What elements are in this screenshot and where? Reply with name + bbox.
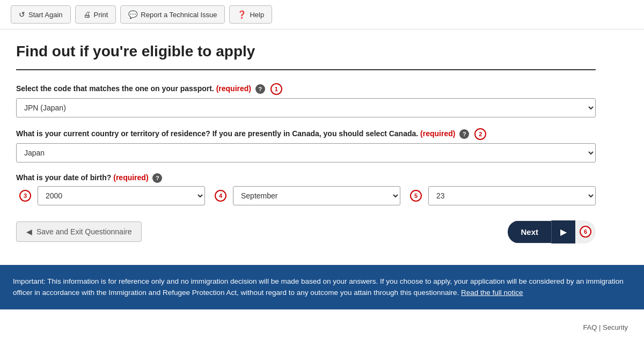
residence-select[interactable]: Japan xyxy=(16,143,596,162)
annotation-5: 5 xyxy=(410,190,422,202)
annotation-3: 3 xyxy=(19,190,31,202)
save-icon: ◀ xyxy=(26,227,32,236)
residence-help-icon[interactable]: ? xyxy=(459,129,469,139)
passport-required: (required) xyxy=(216,84,251,92)
annotation-1: 1 xyxy=(270,83,282,95)
toolbar: ↺ Start Again 🖨 Print 💬 Report a Technic… xyxy=(0,0,644,29)
dob-year-select[interactable]: 2000 xyxy=(38,186,205,205)
print-icon: 🖨 xyxy=(83,10,91,19)
help-icon: ❓ xyxy=(237,10,246,19)
page-title: Find out if you're eligible to apply xyxy=(16,42,596,61)
residence-label: What is your current country or territor… xyxy=(16,128,596,140)
notice-link[interactable]: Read the full notice xyxy=(461,289,523,297)
report-issue-label: Report a Technical Issue xyxy=(141,11,217,19)
passport-code-label: Select the code that matches the one on … xyxy=(16,83,596,95)
actions-row: ◀ Save and Exit Questionnaire Next ▶ 6 xyxy=(16,220,596,243)
report-icon: 💬 xyxy=(128,10,137,19)
security-link[interactable]: Security xyxy=(603,323,628,331)
faq-link[interactable]: FAQ xyxy=(583,323,597,331)
passport-code-select[interactable]: JPN (Japan) xyxy=(16,98,596,117)
next-arrow-icon: ▶ xyxy=(551,220,575,243)
save-exit-button[interactable]: ◀ Save and Exit Questionnaire xyxy=(16,221,142,242)
footer: FAQ | Security xyxy=(0,318,644,337)
start-again-button[interactable]: ↺ Start Again xyxy=(11,5,71,24)
residence-group: What is your current country or territor… xyxy=(16,128,596,162)
dob-group: What is your date of birth? (required) ?… xyxy=(16,173,596,205)
annotation-6: 6 xyxy=(580,226,591,238)
print-label: Print xyxy=(94,11,108,19)
report-issue-button[interactable]: 💬 Report a Technical Issue xyxy=(120,5,225,24)
help-label: Help xyxy=(250,11,264,19)
notice-text: Important: This information is for refer… xyxy=(13,277,624,297)
main-content: Find out if you're eligible to apply Sel… xyxy=(0,29,612,265)
residence-required: (required) xyxy=(420,129,455,137)
annotation-2: 2 xyxy=(474,128,486,140)
help-button[interactable]: ❓ Help xyxy=(229,5,272,24)
save-exit-label: Save and Exit Questionnaire xyxy=(36,227,131,236)
dob-month-select[interactable]: September xyxy=(233,186,400,205)
annotation-4: 4 xyxy=(215,190,226,202)
start-again-icon: ↺ xyxy=(19,10,25,19)
dob-required: (required) xyxy=(113,173,148,182)
print-button[interactable]: 🖨 Print xyxy=(75,5,116,24)
next-button[interactable]: Next ▶ 6 xyxy=(508,220,596,243)
dob-row: 3 2000 4 September 5 23 xyxy=(16,186,596,205)
next-label: Next xyxy=(508,221,551,243)
dob-day-select[interactable]: 23 xyxy=(428,186,596,205)
passport-code-group: Select the code that matches the one on … xyxy=(16,83,596,117)
dob-help-icon[interactable]: ? xyxy=(152,173,162,183)
notice-box: Important: This information is for refer… xyxy=(0,265,644,309)
passport-help-icon[interactable]: ? xyxy=(255,84,265,94)
dob-label: What is your date of birth? (required) ? xyxy=(16,173,596,183)
section-divider xyxy=(16,69,596,70)
start-again-label: Start Again xyxy=(28,11,63,19)
